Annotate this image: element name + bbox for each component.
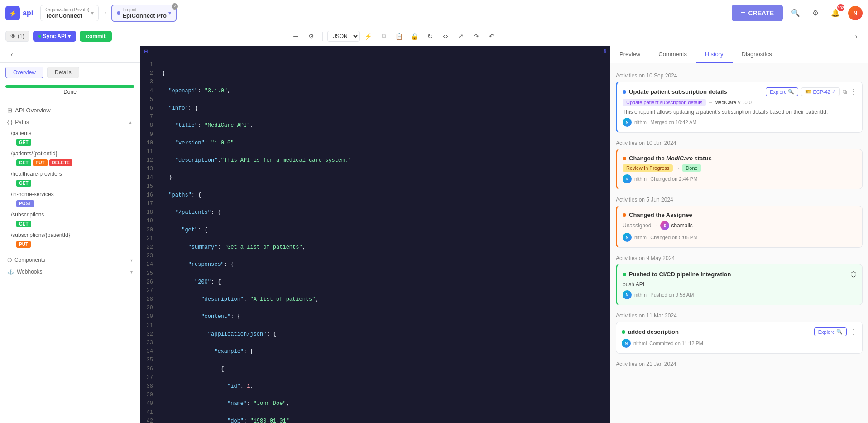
activity-actions-5: Explore 🔍 ⋮ — [814, 327, 857, 336]
user-name-1: nithmi — [634, 120, 647, 125]
editor-toolbar: ⊟ ℹ — [140, 46, 610, 57]
activity-title-text-4: Pushed to CI/CD pipeline integration — [629, 271, 731, 278]
project-label: Project — [122, 7, 167, 12]
search-button[interactable]: 🔍 — [788, 6, 803, 20]
sidebar-item-subscriptions-id[interactable]: /subscriptions/{patientId} — [0, 230, 140, 240]
webhook-icon: ⚓ — [7, 269, 14, 275]
explore-button-5[interactable]: Explore 🔍 — [814, 327, 847, 336]
panel-toggle-button[interactable]: ☰ — [290, 30, 302, 43]
activity-user-row-5: N nithmi Committed on 11:12 PM — [622, 339, 857, 348]
assignee-avatar: S — [660, 221, 669, 230]
create-button[interactable]: CREATE — [732, 5, 783, 21]
user-action-3: Changed on 5:05 PM — [650, 235, 697, 240]
project-close-icon[interactable]: × — [172, 3, 178, 10]
info-icon[interactable]: ℹ — [604, 48, 606, 55]
activity-dot-3 — [623, 213, 626, 217]
sidebar-item-api-overview[interactable]: ⊞ API Overview — [0, 104, 140, 116]
undo-icon-button[interactable]: ↶ — [485, 30, 498, 43]
tab-diagnostics[interactable]: Diagnostics — [733, 46, 781, 63]
sidebar-item-subscriptions[interactable]: /subscriptions — [0, 210, 140, 220]
components-label: Components — [14, 257, 45, 263]
notification-button[interactable]: 🔔 303 — [828, 6, 843, 20]
user-name-5: nithmi — [633, 341, 647, 346]
topbar: ⚡ api Organization (Private) TechConnect… — [0, 0, 868, 26]
sidebar-nav: ⊞ API Overview { } Paths ▲ /patients GET… — [0, 101, 140, 423]
paths-section-left: { } Paths — [7, 119, 29, 125]
sidebar-section-webhooks[interactable]: ⚓ Webhooks ▾ — [0, 266, 140, 278]
user-action-1: Merged on 10:42 AM — [650, 120, 696, 125]
tab-comments[interactable]: Comments — [649, 46, 696, 63]
unassigned-label: Unassigned — [623, 222, 651, 229]
refresh-icon-button[interactable]: ↻ — [424, 30, 436, 43]
activity-title-text-1: Update patient subscription details — [629, 88, 727, 95]
activity-desc-1: This endpoint allows updating a patient'… — [623, 109, 857, 115]
progress-bar-container: Done — [0, 82, 140, 101]
expand-icon-button[interactable]: ⤢ — [455, 30, 467, 43]
sidebar: ‹ Overview Details Done ⊞ API Overview {… — [0, 46, 140, 423]
copy-button-1[interactable]: ⧉ — [843, 88, 847, 96]
preview-toggle[interactable]: 👁 (1) — [5, 31, 29, 42]
activity-title-5: added description — [622, 328, 679, 335]
user-avatar-1: N — [623, 118, 632, 127]
redo-icon-button[interactable]: ↷ — [470, 30, 483, 43]
tab-preview[interactable]: Preview — [610, 46, 649, 63]
sidebar-item-patients-id[interactable]: /patients/{patientId} — [0, 149, 140, 159]
fold-icon[interactable]: ⊟ — [144, 48, 148, 54]
user-avatar-5: N — [622, 339, 631, 348]
user-name-3: nithmi — [634, 235, 647, 240]
clipboard-icon-button[interactable]: 📋 — [393, 30, 406, 43]
settings-button[interactable]: ⚙ — [808, 6, 823, 20]
project-chevron-icon: ▾ — [168, 10, 171, 16]
commit-button[interactable]: commit — [80, 31, 112, 42]
sidebar-tabs: Overview Details — [0, 63, 140, 82]
sliders-icon: ⚙ — [812, 9, 819, 17]
explore-search-icon-1: 🔍 — [788, 89, 794, 95]
history-content: Activities on 10 Sep 2024 Update patient… — [610, 63, 868, 423]
sidebar-section-paths[interactable]: { } Paths ▲ — [0, 116, 140, 128]
notification-count: 303 — [837, 4, 844, 11]
tab-details[interactable]: Details — [47, 67, 79, 78]
editor-line-indicator: ⊟ — [144, 48, 151, 54]
app-logo[interactable]: ⚡ api — [5, 6, 33, 20]
assignee-change-row: Unassigned → S shamalis — [623, 221, 857, 230]
paths-label: Paths — [15, 119, 29, 125]
in-home-path-text: /in-home-services — [11, 191, 54, 197]
sidebar-item-healthcare[interactable]: /healthcare-providers — [0, 169, 140, 179]
user-avatar-2: N — [623, 174, 632, 183]
sidebar-item-patients[interactable]: /patients — [0, 128, 140, 138]
sidebar-item-in-home[interactable]: /in-home-services — [0, 189, 140, 199]
ecp-button-1[interactable]: 🎫 ECP-42 ↗ — [801, 87, 840, 96]
copy-icon-button[interactable]: ⧉ — [378, 30, 390, 43]
put-badge-subscriptions-id: PUT — [16, 241, 31, 248]
topbar-right: CREATE 🔍 ⚙ 🔔 303 N — [732, 5, 863, 21]
webhooks-chevron-icon: ▾ — [130, 269, 133, 274]
more-menu-button-5[interactable]: ⋮ — [849, 327, 857, 336]
user-avatar[interactable]: N — [848, 6, 863, 20]
fit-width-icon-button[interactable]: ⇔ — [439, 30, 452, 43]
next-panel-button[interactable]: › — [850, 30, 863, 43]
box-icon: ⬡ — [7, 257, 12, 263]
sync-api-button[interactable]: Sync API ▾ — [33, 31, 77, 42]
format-selector[interactable]: JSON YAML — [327, 31, 360, 42]
sidebar-section-components[interactable]: ⬡ Components ▾ — [0, 254, 140, 266]
main-content: ‹ Overview Details Done ⊞ API Overview {… — [0, 46, 868, 423]
progress-label: Done — [5, 88, 134, 98]
editor-scroll-area[interactable]: 12345 678910 1112131415 1617181920 21222… — [140, 57, 610, 423]
tab-overview[interactable]: Overview — [5, 67, 43, 78]
grid-icon: ⊞ — [7, 107, 12, 114]
sidebar-collapse-button[interactable]: ‹ — [5, 48, 18, 61]
lightning-icon-button[interactable]: ⚡ — [362, 30, 375, 43]
code-editor[interactable]: ⊟ ℹ 12345 678910 1112131415 1617181920 2… — [140, 46, 610, 423]
settings-icon-button[interactable]: ⚙ — [305, 30, 318, 43]
org-chevron-icon: ▾ — [91, 10, 94, 16]
tab-history[interactable]: History — [696, 46, 732, 63]
more-menu-button-1[interactable]: ⋮ — [849, 87, 857, 96]
org-selector[interactable]: Organization (Private) TechConnect ▾ — [40, 5, 99, 21]
lock-icon-button[interactable]: 🔒 — [408, 30, 421, 43]
project-selector[interactable]: × Project EpiConnect Pro ▾ — [111, 5, 177, 22]
activity-title-2: Changed the MediCare status — [623, 155, 712, 162]
explore-button-1[interactable]: Explore 🔍 — [766, 87, 798, 96]
github-icon: ⬡ — [850, 270, 857, 279]
sync-status-dot — [38, 35, 41, 38]
patients-methods: GET — [0, 138, 140, 149]
